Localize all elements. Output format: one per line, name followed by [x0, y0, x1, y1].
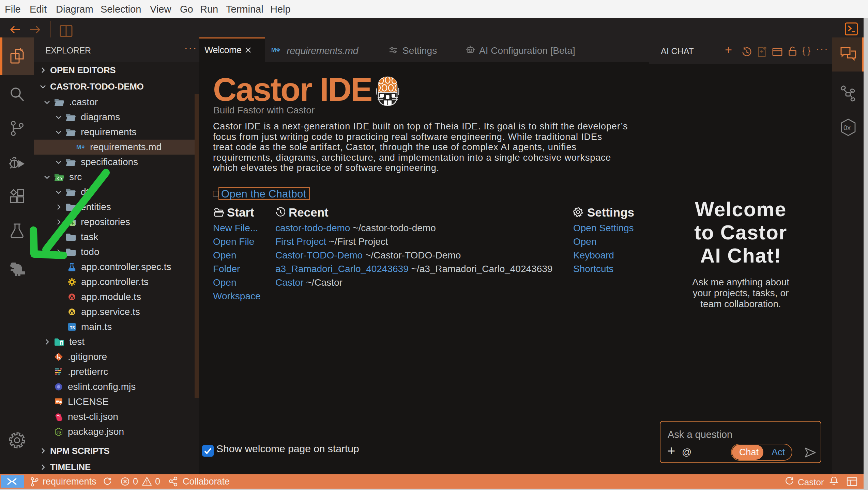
svg-text:0x: 0x	[843, 124, 851, 131]
svg-text:M: M	[271, 47, 276, 53]
